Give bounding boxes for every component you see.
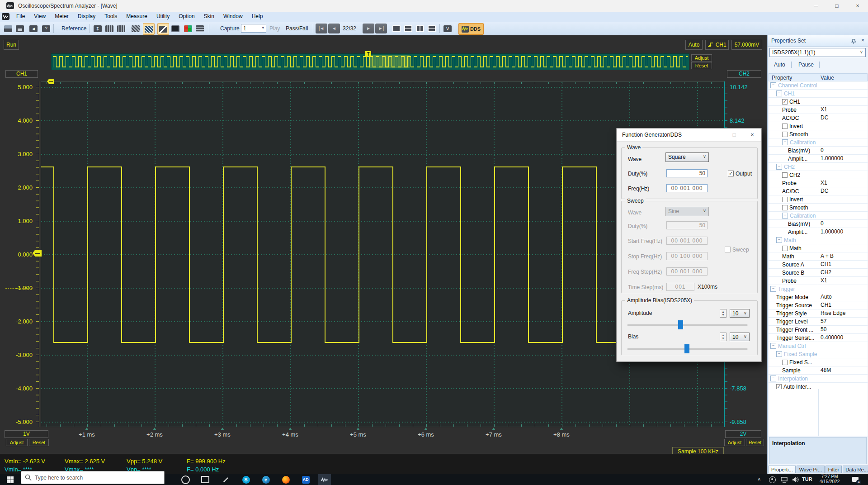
property-checkbox[interactable]: ✓ [782,99,788,105]
property-value[interactable]: CH1 [818,261,868,268]
property-value[interactable]: 48M [818,366,868,374]
ch2-header[interactable]: CH2 [727,70,761,78]
hatch-active-icon[interactable] [143,23,155,35]
property-checkbox[interactable] [782,172,788,178]
property-row[interactable]: Source ACH1 [769,261,868,269]
menu-skin[interactable]: Skin [199,12,219,21]
property-row[interactable]: ✓CH1 [769,98,868,106]
property-row[interactable]: Trigger Front ...50 [769,326,868,334]
property-value[interactable] [818,195,868,203]
taskbar-clock[interactable]: 7:27 PM 4/15/2022 [816,474,843,484]
property-value[interactable]: 1.000000 [818,155,868,162]
amplitude-slider-thumb[interactable] [678,320,683,329]
property-row[interactable]: −Interpolation [769,375,868,383]
notification-center-icon[interactable]: 4 [849,474,862,485]
property-row[interactable]: ProbeX1 [769,277,868,285]
property-value[interactable] [818,130,868,138]
property-value[interactable] [818,81,868,89]
trigger-level-readout[interactable]: 57.000mV [731,40,762,50]
duty-input[interactable] [666,169,708,177]
pin-icon[interactable] [851,38,856,46]
property-row[interactable]: AC/DCDC [769,114,868,122]
collapse-icon[interactable]: − [776,90,782,96]
property-value[interactable]: CH1 [818,301,868,309]
property-value[interactable] [818,90,868,97]
property-row[interactable]: −Channel Control [769,81,868,90]
property-value[interactable] [818,122,868,130]
property-row[interactable]: −Fixed Sample [769,350,868,358]
volume-icon[interactable] [789,474,802,485]
bias-spinner[interactable]: ▲▼ [720,333,726,341]
edge-icon[interactable]: e [259,474,272,485]
dialog-minimize-icon[interactable]: ─ [707,128,725,141]
property-row[interactable]: Bias(mV)0 [769,147,868,155]
taskbar-search[interactable]: Type here to search [21,471,165,484]
menu-tools[interactable]: Tools [100,12,122,21]
amplitude-range-select[interactable]: 10∨ [730,309,750,318]
layout-single-icon[interactable] [391,23,402,34]
ad-app-icon[interactable]: AD [299,474,312,485]
property-value[interactable]: DC [818,187,868,195]
ch1-header[interactable]: CH1 [5,70,38,78]
collapse-icon[interactable]: − [776,351,782,357]
calibrate-icon[interactable]: ↧ [92,23,103,34]
property-row[interactable]: Bias(mV)0 [769,220,868,228]
ch2-volts-div[interactable]: 2V [725,430,761,438]
wave-type-select[interactable]: Square∨ [665,152,709,162]
trigger-channel-button[interactable]: CH1 [705,40,729,50]
hatch-icon[interactable] [130,23,141,34]
network-icon[interactable] [778,474,790,485]
oscilloscope-app-icon[interactable] [318,474,331,485]
property-row[interactable]: CH2 [769,171,868,179]
property-value[interactable] [818,171,868,179]
property-checkbox[interactable] [782,197,788,202]
columns-icon[interactable] [104,23,115,34]
property-checkbox[interactable]: ✓ [776,384,782,390]
property-value[interactable] [818,212,868,219]
ch1-volts-div[interactable]: 1V [5,430,48,438]
collapse-icon[interactable]: − [770,376,776,381]
ch1-reset-button[interactable]: Reset [29,439,49,446]
property-value[interactable] [818,342,868,350]
collapse-icon[interactable]: − [776,237,782,243]
panel-tab[interactable]: Properti... [769,466,796,473]
panel-tab[interactable]: Filter [826,466,842,473]
collapse-icon[interactable]: − [770,343,776,349]
dialog-title-bar[interactable]: Function Generator/DDS ─ □ × [617,128,761,142]
line-tool-icon[interactable] [157,23,169,35]
trigger-position-marker[interactable]: T [365,51,371,57]
menu-meter[interactable]: Meter [50,12,73,21]
property-value[interactable]: Rise Edge [818,309,868,317]
property-checkbox[interactable] [782,132,788,137]
property-row[interactable]: −Trigger [769,285,868,293]
property-row[interactable]: Trigger SourceCH1 [769,301,868,309]
amplitude-slider-track[interactable] [627,324,748,326]
menu-utility[interactable]: Utility [152,12,174,21]
property-row[interactable]: Invert [769,122,868,130]
color-palette-icon[interactable] [183,23,193,34]
maximize-icon[interactable]: □ [826,0,847,12]
bias-range-select[interactable]: 10∨ [730,333,750,341]
property-checkbox[interactable] [782,124,788,129]
property-value[interactable] [818,204,868,211]
property-value[interactable] [818,285,868,293]
props-pause-button[interactable]: Pause [796,61,816,69]
first-page-icon[interactable]: |◄ [316,24,327,33]
pen-app-icon[interactable] [220,474,232,485]
property-row[interactable]: MathA + B [769,252,868,261]
menu-view[interactable]: View [29,12,50,21]
solid-square-icon[interactable] [170,23,181,34]
property-row[interactable]: Smooth [769,130,868,138]
property-value[interactable]: DC [818,114,868,122]
property-row[interactable]: Smooth [769,204,868,212]
property-row[interactable]: Trigger Level57 [769,318,868,326]
menu-measure[interactable]: Measure [122,12,152,21]
property-value[interactable]: X1 [818,106,868,114]
property-checkbox[interactable] [782,360,788,365]
property-value[interactable] [818,98,868,105]
help-button[interactable]: ? [41,23,52,34]
collapse-icon[interactable]: − [770,82,776,88]
passfail-button[interactable]: Pass/Fail [286,25,308,32]
property-row[interactable]: Trigger Sensit...0.400000 [769,334,868,342]
property-row[interactable]: −Math [769,236,868,244]
